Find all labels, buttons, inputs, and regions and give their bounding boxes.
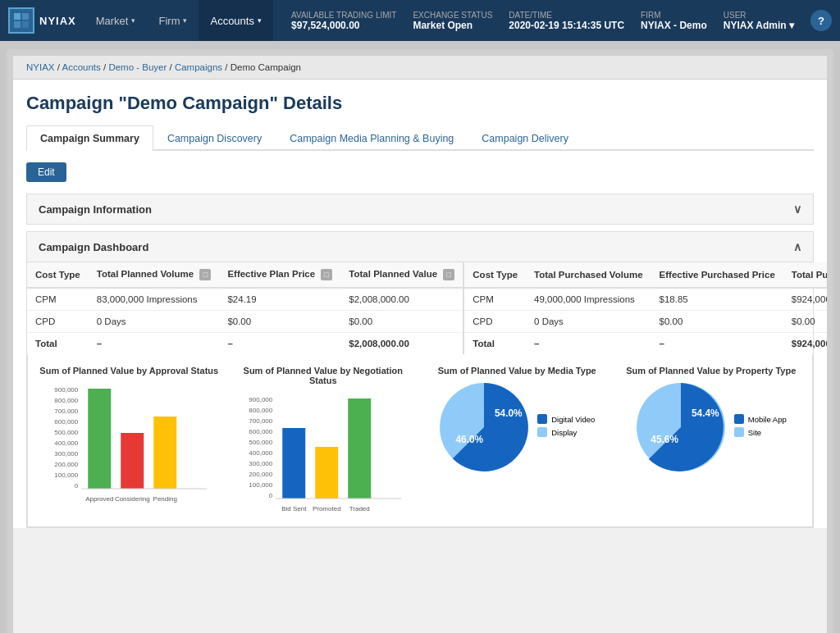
svg-text:900,000: 900,000 [54, 386, 78, 394]
th-cost-type-left: Cost Type [27, 262, 89, 288]
nav-accounts[interactable]: Accounts ▾ [199, 0, 272, 41]
cell-right-1-0: CPD [463, 311, 526, 333]
svg-rect-0 [14, 13, 21, 20]
legend-mobile-app: Mobile App [734, 414, 787, 424]
tab-campaign-discovery[interactable]: Campaign Discovery [153, 125, 276, 151]
pie-property-legend: Mobile App Site [734, 414, 787, 440]
breadcrumb-demo-buyer[interactable]: Demo - Buyer [108, 62, 167, 72]
exchange-status-value: Market Open [413, 20, 492, 31]
legend-dot-mobile-app [734, 414, 744, 424]
svg-text:0: 0 [268, 492, 272, 499]
svg-text:600,000: 600,000 [54, 418, 78, 426]
breadcrumb-accounts[interactable]: Accounts [62, 62, 100, 72]
chart-negotiation-status: Sum of Planned Value by Negotiation Stat… [231, 366, 417, 515]
logo-svg [12, 11, 30, 30]
cell-left-0-0: CPM [27, 288, 89, 311]
legend-dot-digital-video [537, 414, 547, 424]
nav-links: Market ▾ Firm ▾ Accounts ▾ [84, 0, 273, 41]
info-icon-1: □ [199, 269, 211, 280]
svg-text:900,000: 900,000 [249, 396, 272, 403]
svg-rect-1 [22, 13, 29, 20]
nav-market[interactable]: Market ▾ [84, 0, 148, 41]
table-row: CPD0 Days$0.00$0.00CPD0 Days$0.00$0.00 [27, 311, 833, 333]
campaign-dashboard-section-header[interactable]: Campaign Dashboard ∧ [26, 231, 814, 262]
tab-campaign-media-planning[interactable]: Campaign Media Planning & Buying [276, 125, 468, 151]
pie-property-svg: 54.4% 45.6% [636, 382, 726, 472]
user-value[interactable]: NYIAX Admin ▾ [724, 20, 794, 31]
bar-chart-approval-svg: 900,000 800,000 700,000 600,000 500,000 … [36, 382, 222, 505]
cell-left-2-2: – [219, 333, 340, 355]
chart-media-type: Sum of Planned Value by Media Type 54.0%… [424, 366, 610, 515]
navbar-stats: AVAILABLE TRADING LIMIT $97,524,000.00 E… [291, 10, 832, 31]
svg-text:700,000: 700,000 [54, 408, 78, 415]
svg-text:54.0%: 54.0% [495, 408, 523, 419]
legend-display: Display [537, 427, 595, 437]
svg-text:400,000: 400,000 [54, 439, 78, 447]
exchange-status-block: EXCHANGE STATUS Market Open [413, 11, 492, 31]
user-block: USER NYIAX Admin ▾ [724, 11, 794, 31]
cell-right-2-3: $924,000.00 [783, 333, 833, 355]
trading-limit-value: $97,524,000.00 [291, 20, 396, 31]
svg-text:0: 0 [75, 482, 79, 490]
campaign-dashboard-chevron-icon: ∧ [793, 240, 801, 253]
campaign-info-chevron-icon: ∨ [793, 203, 801, 216]
pie-media-svg: 54.0% 46.0% [439, 382, 529, 472]
cell-left-2-1: – [89, 333, 220, 355]
tab-campaign-summary[interactable]: Campaign Summary [26, 125, 153, 151]
firm-arrow-icon: ▾ [183, 16, 187, 25]
chart-approval-title: Sum of Planned Value by Approval Status [36, 366, 222, 376]
cell-left-0-1: 83,000,000 Impressions [89, 288, 220, 311]
svg-rect-31 [282, 428, 305, 499]
page-title: Campaign "Demo Campaign" Details [26, 93, 814, 114]
cell-right-2-2: – [651, 333, 783, 355]
svg-text:300,000: 300,000 [54, 450, 78, 458]
main-content: Campaign "Demo Campaign" Details Campaig… [13, 80, 827, 528]
svg-text:400,000: 400,000 [249, 449, 272, 457]
datetime-label: DATE/TIME [509, 11, 624, 20]
tab-campaign-delivery[interactable]: Campaign Delivery [468, 125, 582, 151]
nav-firm[interactable]: Firm ▾ [147, 0, 199, 41]
th-total-planned-value: Total Planned Value □ [340, 262, 463, 288]
trading-limit-label: AVAILABLE TRADING LIMIT [291, 11, 396, 20]
bar-chart-negotiation-svg: 900,000 800,000 700,000 600,000 500,000 … [231, 392, 417, 515]
pie-media-container: 54.0% 46.0% Digital Video Display [424, 382, 610, 472]
cell-right-2-1: – [526, 333, 651, 355]
svg-text:Pending: Pending [153, 495, 177, 503]
svg-text:500,000: 500,000 [54, 429, 78, 436]
cell-left-1-3: $0.00 [340, 311, 463, 333]
svg-text:Traded: Traded [349, 505, 369, 512]
help-button[interactable]: ? [810, 10, 832, 31]
breadcrumb-nyiax[interactable]: NYIAX [26, 62, 55, 72]
cell-right-2-0: Total [463, 333, 526, 355]
legend-dot-site [734, 427, 744, 437]
legend-label-digital-video: Digital Video [551, 415, 595, 424]
svg-text:300,000: 300,000 [249, 460, 272, 467]
svg-text:500,000: 500,000 [249, 439, 272, 446]
cell-left-0-2: $24.19 [219, 288, 340, 311]
edit-button[interactable]: Edit [26, 162, 66, 182]
exchange-status-label: EXCHANGE STATUS [413, 11, 492, 20]
chart-property-type: Sum of Planned Value by Property Type 54… [619, 366, 805, 515]
info-icon-3: □ [443, 269, 454, 280]
navbar: NYIAX Market ▾ Firm ▾ Accounts ▾ AVAILAB… [0, 0, 840, 41]
svg-text:46.0%: 46.0% [456, 434, 484, 445]
cell-right-1-2: $0.00 [651, 311, 783, 333]
dashboard-table: Cost Type Total Planned Volume □ Effecti… [27, 262, 833, 354]
svg-text:600,000: 600,000 [249, 428, 272, 435]
th-effective-plan-price: Effective Plan Price □ [219, 262, 340, 288]
breadcrumb-campaigns[interactable]: Campaigns [175, 62, 222, 72]
charts-row: Sum of Planned Value by Approval Status … [27, 354, 813, 527]
campaign-dashboard-body: Cost Type Total Planned Volume □ Effecti… [26, 262, 814, 528]
svg-rect-3 [22, 21, 29, 28]
svg-text:Promoted: Promoted [312, 505, 340, 512]
cell-left-1-0: CPD [27, 311, 89, 333]
cell-left-2-0: Total [27, 333, 89, 355]
svg-text:200,000: 200,000 [249, 471, 272, 478]
chart-approval-status: Sum of Planned Value by Approval Status … [36, 366, 222, 515]
cell-left-0-3: $2,008,000.00 [340, 288, 463, 311]
svg-text:700,000: 700,000 [249, 417, 272, 425]
campaign-info-section-header[interactable]: Campaign Information ∨ [26, 194, 814, 225]
datetime-value: 2020-02-19 15:14:35 UTC [509, 20, 624, 31]
firm-block: FIRM NYIAX - Demo [641, 11, 707, 31]
pie-media-legend: Digital Video Display [537, 414, 595, 440]
